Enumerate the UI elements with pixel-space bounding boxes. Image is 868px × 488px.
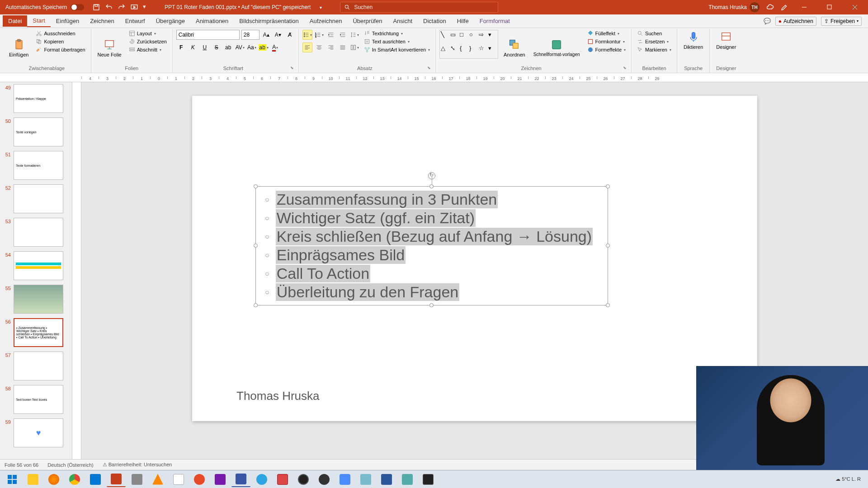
paste-button[interactable]: Einfügen bbox=[6, 30, 31, 66]
tab-draw[interactable]: Zeichnen bbox=[85, 15, 119, 27]
maximize-button[interactable] bbox=[820, 0, 839, 14]
slide-thumbnails-panel[interactable]: 49Präsentation / Klappe50Texte vorlegen5… bbox=[0, 82, 72, 459]
outline-button[interactable]: Formkontur bbox=[585, 38, 628, 45]
align-center-button[interactable] bbox=[314, 42, 324, 52]
decrease-indent-button[interactable] bbox=[326, 30, 336, 40]
tab-transitions[interactable]: Übergänge bbox=[151, 15, 190, 27]
app-button-1[interactable] bbox=[127, 472, 146, 487]
ruler-horizontal[interactable]: 4321012345678910111213141516171819202122… bbox=[0, 73, 868, 82]
bullet-item[interactable]: Überleitung zu den Fragen bbox=[265, 283, 599, 301]
tab-animations[interactable]: Animationen bbox=[190, 15, 234, 27]
resize-handle-bl[interactable] bbox=[254, 303, 258, 307]
slide-thumbnail-49[interactable]: 49Präsentation / Klappe bbox=[2, 84, 70, 113]
new-slide-button[interactable]: Neue Folie bbox=[95, 30, 124, 66]
weather-widget[interactable]: ☁ 5°C L. R bbox=[835, 476, 861, 482]
bullet-item[interactable]: Kreis schließen (Bezug auf Anfang → Lösu… bbox=[265, 227, 599, 246]
tab-file[interactable]: Datei bbox=[3, 15, 27, 27]
reset-button[interactable]: Zurücksetzen bbox=[127, 38, 169, 45]
tab-view[interactable]: Ansicht bbox=[387, 15, 418, 27]
shadow-button[interactable]: ab bbox=[223, 42, 233, 52]
resize-handle-tm[interactable] bbox=[429, 184, 434, 188]
telegram-button[interactable] bbox=[252, 472, 271, 487]
increase-indent-button[interactable] bbox=[338, 30, 348, 40]
status-accessibility[interactable]: ⚠ Barrierefreiheit: Untersuchen bbox=[103, 462, 172, 468]
copy-button[interactable]: Kopieren bbox=[34, 38, 87, 45]
section-button[interactable]: Abschnitt bbox=[127, 46, 169, 53]
find-button[interactable]: Suchen bbox=[635, 30, 673, 37]
share-button[interactable]: ⇪Freigeben▾ bbox=[821, 17, 862, 26]
onenote-button[interactable] bbox=[211, 472, 230, 487]
obs-button[interactable] bbox=[294, 472, 313, 487]
app-button-6[interactable] bbox=[356, 472, 375, 487]
align-right-button[interactable] bbox=[326, 42, 336, 52]
bullet-item[interactable]: Call To Action bbox=[265, 264, 599, 283]
tab-insert[interactable]: Einfügen bbox=[51, 15, 85, 27]
content-textbox[interactable]: Zusammenfassung in 3 PunktenWichtiger Sa… bbox=[255, 186, 608, 305]
close-button[interactable] bbox=[845, 0, 864, 14]
ruler-vertical[interactable] bbox=[72, 82, 81, 459]
tab-review[interactable]: Überprüfen bbox=[347, 15, 387, 27]
explorer-button[interactable] bbox=[24, 472, 42, 487]
comments-icon[interactable]: 💬 bbox=[764, 18, 771, 24]
text-direction-button[interactable]: Textrichtung bbox=[362, 30, 432, 37]
layout-button[interactable]: Layout bbox=[127, 30, 169, 37]
slide-thumbnail-50[interactable]: 50Texte vorlegen bbox=[2, 117, 70, 146]
zoom-button[interactable] bbox=[335, 472, 354, 487]
app-button-8[interactable] bbox=[419, 472, 438, 487]
redo-icon[interactable] bbox=[118, 3, 126, 11]
pen-icon[interactable] bbox=[780, 3, 788, 11]
decrease-font-button[interactable]: A▾ bbox=[273, 30, 283, 40]
slide-thumbnail-53[interactable]: 53 bbox=[2, 218, 70, 247]
slide-thumbnail-54[interactable]: 54 bbox=[2, 251, 70, 280]
select-button[interactable]: Markieren bbox=[635, 46, 673, 53]
slide-thumbnail-57[interactable]: 57 bbox=[2, 352, 70, 380]
arrange-button[interactable]: Anordnen bbox=[501, 30, 528, 66]
numbering-button[interactable]: 123 bbox=[314, 30, 324, 40]
app-button-2[interactable] bbox=[169, 472, 188, 487]
font-name-input[interactable] bbox=[176, 30, 240, 40]
chrome-button[interactable] bbox=[65, 472, 84, 487]
slide-canvas[interactable]: Zusammenfassung in 3 PunktenWichtiger Sa… bbox=[192, 96, 757, 421]
slide-thumbnail-52[interactable]: 52 bbox=[2, 184, 70, 213]
resize-handle-ml[interactable] bbox=[254, 244, 258, 248]
bullet-list[interactable]: Zusammenfassung in 3 PunktenWichtiger Sa… bbox=[256, 187, 608, 305]
drawing-dialog-launcher[interactable]: ⬊ bbox=[623, 66, 627, 72]
tab-slideshow[interactable]: Bildschirmpräsentation bbox=[234, 15, 304, 27]
italic-button[interactable]: K bbox=[188, 42, 198, 52]
align-text-button[interactable]: Text ausrichten bbox=[362, 38, 432, 45]
resize-handle-tr[interactable] bbox=[606, 184, 610, 188]
shapes-gallery[interactable]: ╲ ▭ □ ○ ⇨ ▾ △ ⤡ { } ☆ ▾ bbox=[439, 30, 498, 59]
resize-handle-tl[interactable] bbox=[254, 184, 258, 188]
bullet-item[interactable]: Zusammenfassung in 3 Punkten bbox=[265, 190, 599, 209]
align-left-button[interactable] bbox=[302, 42, 312, 52]
cut-button[interactable]: Ausschneiden bbox=[34, 30, 87, 37]
bullets-button[interactable] bbox=[302, 30, 312, 40]
slide-thumbnail-55[interactable]: 55 bbox=[2, 285, 70, 314]
tab-dictation[interactable]: Dictation bbox=[418, 15, 452, 27]
record-button[interactable]: ●Aufzeichnen bbox=[775, 17, 816, 26]
resize-handle-br[interactable] bbox=[606, 303, 610, 307]
bullet-item[interactable]: Wichtiger Satz (ggf. ein Zitat) bbox=[265, 209, 599, 227]
highlight-button[interactable]: ab bbox=[259, 42, 269, 52]
justify-button[interactable] bbox=[338, 42, 348, 52]
spacing-button[interactable]: AV bbox=[235, 42, 245, 52]
more-icon[interactable]: ▾ bbox=[143, 3, 151, 11]
title-dropdown-icon[interactable]: ▾ bbox=[320, 5, 322, 10]
powerpoint-button[interactable] bbox=[107, 472, 126, 487]
search-box[interactable] bbox=[340, 2, 498, 13]
tab-design[interactable]: Entwurf bbox=[120, 15, 151, 27]
save-icon[interactable] bbox=[92, 3, 100, 11]
tab-shapeformat[interactable]: Formformat bbox=[474, 15, 515, 27]
tab-record[interactable]: Aufzeichnen bbox=[304, 15, 348, 27]
vlc-button[interactable] bbox=[148, 472, 167, 487]
increase-font-button[interactable]: A▴ bbox=[261, 30, 271, 40]
resize-handle-mr[interactable] bbox=[606, 244, 610, 248]
start-button[interactable] bbox=[3, 472, 22, 487]
line-spacing-button[interactable] bbox=[349, 30, 359, 40]
tab-start[interactable]: Start bbox=[27, 15, 50, 27]
minimize-button[interactable] bbox=[795, 0, 814, 14]
quickstyles-button[interactable]: Schnellformat-vorlagen bbox=[531, 30, 583, 66]
format-painter-button[interactable]: Format übertragen bbox=[34, 46, 87, 53]
outlook-button[interactable] bbox=[86, 472, 105, 487]
app-button-7[interactable] bbox=[398, 472, 417, 487]
